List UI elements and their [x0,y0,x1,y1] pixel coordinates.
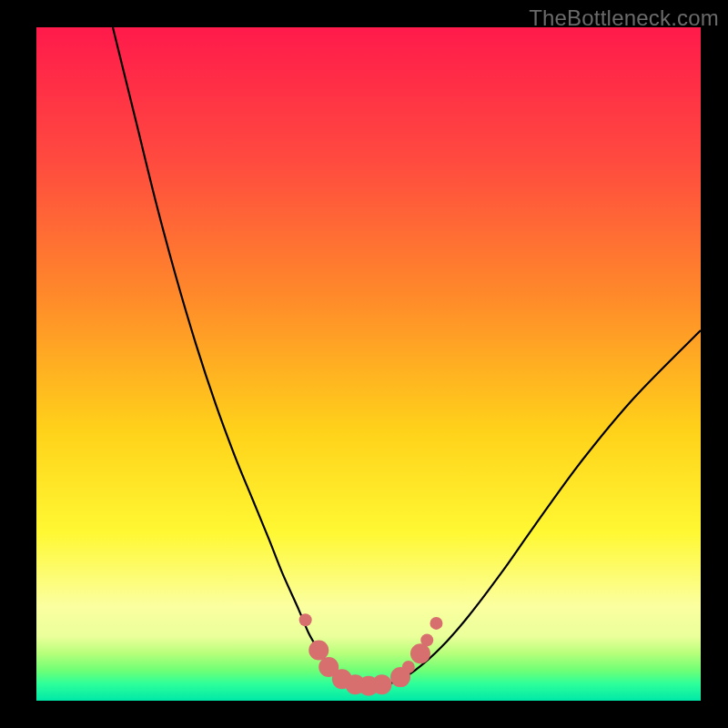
bottleneck-chart [0,0,728,728]
plot-background [36,27,701,701]
curve-marker [420,633,433,646]
watermark-text: TheBottleneck.com [529,5,719,31]
curve-marker [402,661,415,673]
chart-frame: { "watermark": "TheBottleneck.com", "plo… [0,0,728,728]
curve-marker [308,641,329,661]
curve-marker [430,617,442,630]
curve-marker [410,643,430,663]
curve-marker [299,613,312,626]
curve-marker [372,674,392,694]
